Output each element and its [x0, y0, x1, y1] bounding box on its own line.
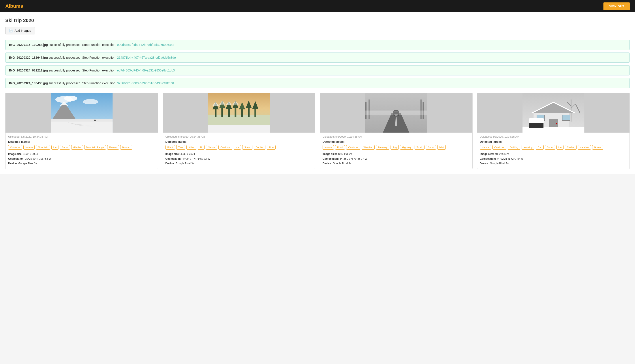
label-tag[interactable]: Mist [437, 145, 446, 150]
notification-filename: IMG_20200320_162647.jpg [9, 56, 48, 59]
detected-labels-heading-1: Detected labels: [166, 140, 313, 144]
svg-rect-35 [368, 100, 370, 119]
label-tag[interactable]: Outdoors [8, 145, 22, 150]
label-tag[interactable]: House [592, 145, 603, 150]
label-tag[interactable]: Nature [206, 145, 217, 150]
notification-0: IMG_20200115_130254.jpg successfully pro… [5, 40, 630, 50]
device: Google Pixel 3a [333, 162, 352, 165]
svg-point-3 [83, 99, 98, 104]
svg-rect-15 [221, 107, 223, 117]
label-tag[interactable]: Tree [176, 145, 185, 150]
label-tag[interactable]: Ice [556, 145, 564, 150]
svg-rect-62 [529, 121, 544, 123]
svg-rect-45 [365, 110, 427, 115]
image-size-label: Image size: [322, 152, 337, 156]
notification-status: successfully processed. Step Function ex… [48, 56, 117, 59]
label-tag[interactable]: Fog [390, 145, 399, 150]
notification-3: IMG_20200324_183438.jpg successfully pro… [5, 78, 630, 88]
image-size-label: Image size: [166, 152, 180, 156]
label-tag[interactable]: Road [335, 145, 345, 150]
header: Albums SIGN OUT [0, 0, 635, 12]
exec-link[interactable]: ed7d4863-d745-4f69-a831-9850e8cc1dc3 [117, 68, 175, 72]
image-card-3: Uploaded: 5/8/2020, 10:34:35 AMDetected … [477, 93, 630, 169]
label-tag[interactable]: Snow [426, 145, 436, 150]
svg-rect-23 [248, 107, 250, 117]
label-tag[interactable]: Ice [234, 145, 241, 150]
main-content: Ski trip 2020 📄 Add Images IMG_20200115_… [0, 12, 635, 174]
geolocation: 39°28'20"N 106°6'3"W [25, 157, 52, 160]
image-thumbnail-3[interactable] [477, 93, 630, 132]
exec-link[interactable]: 900da454-fcd4-412b-88bf-4d425590648d [117, 43, 174, 46]
label-tag[interactable]: Glacier [71, 145, 83, 150]
label-tag[interactable]: Housing [522, 145, 534, 150]
detected-labels-heading-3: Detected labels: [480, 140, 627, 144]
sign-out-button[interactable]: SIGN OUT [604, 2, 630, 10]
label-tag[interactable]: Person [107, 145, 119, 150]
detected-labels-heading-0: Detected labels: [8, 140, 155, 144]
label-tag[interactable]: Freeway [376, 145, 389, 150]
label-tag[interactable]: Pine [267, 145, 276, 150]
exec-link[interactable]: 214871b4-4407-457a-aa28-cd2a9de5c8de [117, 56, 176, 59]
label-tag[interactable]: Ice [52, 145, 59, 150]
image-thumbnail-2[interactable] [320, 93, 472, 132]
image-size-label: Image size: [480, 152, 494, 156]
svg-rect-21 [241, 108, 243, 117]
notification-status: successfully processed. Step Function ex… [48, 82, 117, 85]
label-tag[interactable]: Abies [186, 145, 196, 150]
svg-rect-8 [51, 122, 112, 132]
label-tag[interactable]: Outdoors [218, 145, 232, 150]
geolocation: 44°35'21"N 71°55'27"W [340, 157, 367, 160]
image-size: 4032 x 3024 [23, 152, 38, 156]
label-tag[interactable]: Shelter [565, 145, 576, 150]
label-tag[interactable]: Fir [198, 145, 204, 150]
label-tag[interactable]: Car [536, 145, 544, 150]
app-title: Albums [5, 3, 23, 9]
image-thumbnail-1[interactable] [163, 93, 315, 132]
label-tag[interactable]: Snow [242, 145, 252, 150]
notifications-container: IMG_20200115_130254.jpg successfully pro… [5, 40, 630, 88]
label-tag[interactable]: Nature [24, 145, 35, 150]
svg-rect-57 [562, 115, 570, 120]
label-tag[interactable]: Building [508, 145, 520, 150]
notification-filename: IMG_20200324_082213.jpg [9, 68, 48, 72]
geolocation: 44°32'21"N 72°0'40"W [497, 157, 523, 160]
notification-filename: IMG_20200324_183438.jpg [9, 82, 48, 85]
label-tag[interactable]: Outdoors [346, 145, 360, 150]
label-tag[interactable]: Snow [60, 145, 70, 150]
svg-rect-19 [234, 107, 236, 117]
page-title: Ski trip 2020 [5, 18, 630, 24]
label-tag[interactable]: Truck [414, 145, 424, 150]
add-images-label: Add Images [14, 29, 31, 32]
document-icon: 📄 [9, 29, 13, 32]
notification-filename: IMG_20200115_130254.jpg [9, 43, 48, 46]
add-images-button[interactable]: 📄 Add Images [5, 27, 35, 34]
label-tag[interactable]: Human [120, 145, 132, 150]
image-size: 4032 x 3024 [338, 152, 352, 156]
label-tag[interactable]: Nature [322, 145, 334, 150]
label-tag[interactable]: Conifer [254, 145, 266, 150]
image-thumbnail-0[interactable] [6, 93, 158, 132]
label-tag[interactable]: Snow [545, 145, 555, 150]
label-tag[interactable]: Outdoors [492, 145, 506, 150]
device: Google Pixel 3a [176, 162, 194, 165]
svg-rect-27 [208, 125, 270, 132]
uploaded-date-3: Uploaded: 5/8/2020, 10:34:35 AM [480, 135, 627, 138]
detected-labels-heading-2: Detected labels: [322, 140, 470, 144]
device-label: Device: [322, 162, 332, 165]
notification-status: successfully processed. Step Function ex… [48, 68, 117, 72]
exec-link[interactable]: 92566a81-3e89-4a92-b5f7-d49823d1f131 [117, 82, 174, 85]
notification-1: IMG_20200320_162647.jpg successfully pro… [5, 52, 630, 63]
label-tag[interactable]: Highway [400, 145, 413, 150]
label-tag[interactable]: Mountain Range [84, 145, 106, 150]
label-tag[interactable]: Nature [480, 145, 491, 150]
device-label: Device: [480, 162, 490, 165]
label-tag[interactable]: Plant [166, 145, 175, 150]
label-tag[interactable]: Mountain [36, 145, 50, 150]
svg-rect-17 [228, 108, 230, 117]
label-tag[interactable]: Weather [578, 145, 591, 150]
uploaded-date-1: Uploaded: 5/8/2020, 10:34:35 AM [166, 135, 313, 138]
uploaded-date-0: Uploaded: 5/8/2020, 10:34:35 AM [8, 135, 155, 138]
label-tag[interactable]: Weather [362, 145, 375, 150]
image-size-label: Image size: [8, 152, 22, 156]
geolocation-label: Geolocation: [322, 157, 339, 160]
